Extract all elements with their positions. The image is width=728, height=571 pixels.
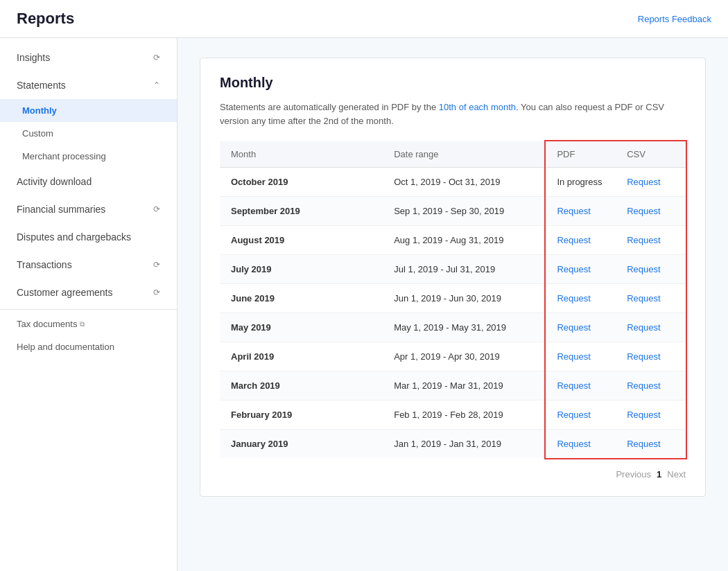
pdf-request-link[interactable]: Request [557,351,590,362]
sidebar-item-disputes[interactable]: Disputes and chargebacks [0,223,177,251]
cell-daterange: Jun 1, 2019 - Jun 30, 2019 [383,284,546,313]
pdf-request-link[interactable]: Request [557,439,590,449]
sidebar-item-customer-agreements[interactable]: Customer agreements ⟳ [0,279,177,306]
sidebar-sub-monthly[interactable]: Monthly [0,99,177,122]
csv-request-link[interactable]: Request [627,322,660,333]
pdf-request-link[interactable]: Request [557,206,590,216]
cell-csv: Request [616,430,686,459]
cell-month: October 2019 [220,168,383,197]
activity-download-label: Activity download [17,176,92,187]
csv-request-link[interactable]: Request [627,410,660,420]
cell-daterange: Sep 1, 2019 - Sep 30, 2019 [383,197,546,226]
pdf-request-link[interactable]: Request [557,380,590,391]
financial-summaries-label: Financial summaries [17,204,105,215]
cell-csv: Request [616,255,686,284]
help-documentation-label: Help and documentation [17,342,114,352]
cell-daterange: May 1, 2019 - May 31, 2019 [383,313,546,342]
cell-pdf: Request [546,284,616,313]
table-row: April 2019Apr 1, 2019 - Apr 30, 2019Requ… [220,342,686,371]
csv-request-link[interactable]: Request [627,439,660,449]
table-row: June 2019Jun 1, 2019 - Jun 30, 2019Reque… [220,284,686,313]
sidebar-item-insights[interactable]: Insights ⟳ [0,44,177,71]
pdf-request-link[interactable]: Request [557,264,590,274]
cell-csv: Request [616,371,686,401]
table-row: March 2019Mar 1, 2019 - Mar 31, 2019Requ… [220,371,686,401]
cell-csv: Request [616,168,686,197]
sidebar-item-help-documentation[interactable]: Help and documentation [0,335,177,358]
description-highlight: 10th of each month [439,102,516,112]
table-row: July 2019Jul 1, 2019 - Jul 31, 2019Reque… [220,255,686,284]
cell-pdf: Request [546,371,616,401]
csv-request-link[interactable]: Request [627,235,660,245]
customer-agreements-label: Customer agreements [17,287,113,298]
cell-month: May 2019 [220,313,383,342]
disputes-label: Disputes and chargebacks [17,231,131,243]
csv-request-link[interactable]: Request [627,380,660,391]
table-row: February 2019Feb 1, 2019 - Feb 28, 2019R… [220,401,686,430]
csv-request-link[interactable]: Request [627,264,660,274]
cell-pdf: Request [546,255,616,284]
main-content: Monthly Statements are automatically gen… [177,38,728,571]
sidebar-section-insights: Insights ⟳ [0,44,177,71]
sidebar-sub-custom[interactable]: Custom [0,122,177,145]
cell-daterange: Apr 1, 2019 - Apr 30, 2019 [383,342,546,371]
cell-daterange: Jan 1, 2019 - Jan 31, 2019 [383,430,546,459]
cell-pdf: Request [546,430,616,459]
chevron-down-icon: ⟳ [153,53,160,62]
cell-daterange: Aug 1, 2019 - Aug 31, 2019 [383,226,546,255]
sidebar-item-statements[interactable]: Statements ⌃ [0,71,177,99]
cell-daterange: Mar 1, 2019 - Mar 31, 2019 [383,371,546,401]
sidebar-item-activity-download[interactable]: Activity download [0,168,177,195]
csv-request-link[interactable]: Request [627,351,660,362]
sidebar-item-tax-documents[interactable]: Tax documents ⧉ [0,313,177,335]
cell-pdf: Request [546,313,616,342]
pdf-request-link[interactable]: Request [557,322,590,333]
sidebar-item-transactions[interactable]: Transactions ⟳ [0,251,177,279]
pdf-request-link[interactable]: Request [557,235,590,245]
csv-request-link[interactable]: Request [627,177,660,187]
pdf-request-link[interactable]: Request [557,293,590,304]
cell-daterange: Oct 1, 2019 - Oct 31, 2019 [383,168,546,197]
cell-csv: Request [616,226,686,255]
cell-csv: Request [616,284,686,313]
csv-request-link[interactable]: Request [627,293,660,304]
pagination: Previous 1 Next [220,469,686,480]
transactions-label: Transactions [17,259,72,270]
cell-csv: Request [616,342,686,371]
col-header-pdf: PDF [546,141,616,168]
sidebar-sub-merchant-processing[interactable]: Merchant processing [0,145,177,168]
main-card: Monthly Statements are automatically gen… [200,58,706,497]
csv-request-link[interactable]: Request [627,206,660,216]
cell-month: June 2019 [220,284,383,313]
cell-daterange: Feb 1, 2019 - Feb 28, 2019 [383,401,546,430]
table-wrapper: Month Date range PDF CSV October 2019Oct… [220,141,686,458]
main-title: Monthly [220,75,686,91]
previous-button[interactable]: Previous [616,469,651,480]
col-header-month: Month [220,141,383,168]
chevron-up-icon: ⌃ [153,80,160,90]
statements-label: Statements [17,80,66,91]
pdf-request-link[interactable]: Request [557,410,590,420]
cell-csv: Request [616,197,686,226]
chevron-down-icon-tx: ⟳ [153,260,160,270]
table-row: May 2019May 1, 2019 - May 31, 2019Reques… [220,313,686,342]
cell-pdf: Request [546,226,616,255]
next-button[interactable]: Next [667,469,686,480]
reports-feedback-link[interactable]: Reports Feedback [638,14,711,24]
cell-month: August 2019 [220,226,383,255]
cell-pdf: Request [546,401,616,430]
cell-month: February 2019 [220,401,383,430]
cell-pdf: Request [546,197,616,226]
page-number-1[interactable]: 1 [657,469,661,480]
table-row: October 2019Oct 1, 2019 - Oct 31, 2019In… [220,168,686,197]
insights-label: Insights [17,52,50,63]
cell-csv: Request [616,401,686,430]
cell-month: January 2019 [220,430,383,459]
sidebar-item-financial-summaries[interactable]: Financial summaries ⟳ [0,195,177,223]
top-bar: Reports Reports Feedback [0,0,728,38]
col-header-daterange: Date range [383,141,546,168]
chevron-down-icon-ca: ⟳ [153,288,160,297]
cell-month: July 2019 [220,255,383,284]
description-part1: Statements are automatically generated i… [220,102,439,112]
description: Statements are automatically generated i… [220,100,686,128]
